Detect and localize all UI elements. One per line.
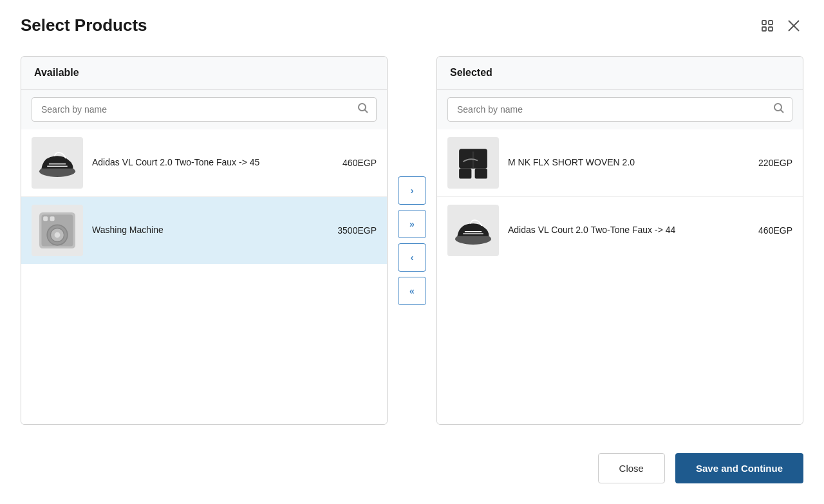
move-all-left-button[interactable]: «: [398, 277, 426, 305]
product-price: 3500EGP: [337, 225, 377, 236]
product-thumbnail: [447, 137, 499, 189]
available-panel-header: Available: [21, 57, 387, 89]
available-product-list: Adidas VL Court 2.0 Two-Tone Faux -> 45 …: [21, 129, 387, 424]
product-price: 460EGP: [342, 158, 377, 168]
available-panel-title: Available: [34, 67, 79, 78]
dialog-title: Select Products: [21, 15, 147, 35]
product-thumbnail: [32, 205, 83, 256]
selected-search-container: [437, 89, 803, 129]
available-search-container: [21, 89, 387, 129]
select-products-dialog: Select Products Availabl: [0, 0, 824, 504]
available-search-box: [32, 97, 377, 122]
available-product-item[interactable]: Adidas VL Court 2.0 Two-Tone Faux -> 45 …: [21, 129, 387, 197]
move-left-icon: ‹: [411, 252, 414, 263]
selected-product-item[interactable]: M NK FLX SHORT WOVEN 2.0 220EGP: [437, 129, 803, 197]
move-all-right-button[interactable]: »: [398, 210, 426, 238]
expand-icon: [761, 19, 774, 32]
header-icons: [758, 16, 803, 35]
selected-panel: Selected: [436, 56, 803, 425]
svg-rect-14: [43, 216, 48, 221]
product-name: Adidas VL Court 2.0 Two-Tone Faux -> 44: [508, 225, 675, 235]
move-all-left-icon: «: [409, 286, 415, 296]
available-panel: Available: [21, 56, 388, 425]
svg-point-13: [55, 232, 61, 238]
transfer-layout: Available: [21, 56, 803, 425]
product-info: Adidas VL Court 2.0 Two-Tone Faux -> 44: [508, 224, 749, 237]
product-info: Washing Machine: [92, 224, 328, 237]
product-thumbnail: [32, 137, 83, 189]
product-thumbnail: [447, 205, 499, 256]
svg-rect-3: [769, 27, 772, 31]
expand-button[interactable]: [758, 17, 776, 35]
close-button[interactable]: Close: [598, 453, 665, 483]
dialog-header: Select Products: [21, 15, 803, 35]
move-left-button[interactable]: ‹: [398, 243, 426, 272]
product-price: 220EGP: [758, 158, 792, 168]
selected-search-input[interactable]: [447, 97, 792, 122]
transfer-controls: › » ‹ «: [388, 56, 436, 425]
available-search-input[interactable]: [32, 97, 377, 122]
svg-rect-15: [50, 216, 55, 221]
product-info: Adidas VL Court 2.0 Two-Tone Faux -> 45: [92, 156, 333, 169]
move-right-icon: ›: [411, 185, 414, 196]
save-continue-button[interactable]: Save and Continue: [675, 453, 803, 483]
product-price: 460EGP: [758, 225, 792, 236]
close-icon: [787, 19, 801, 33]
selected-panel-header: Selected: [437, 57, 803, 89]
svg-rect-0: [762, 21, 766, 24]
selected-panel-title: Selected: [450, 67, 492, 78]
available-product-item[interactable]: Washing Machine 3500EGP: [21, 197, 387, 264]
selected-product-list: M NK FLX SHORT WOVEN 2.0 220EGP: [437, 129, 803, 424]
svg-rect-20: [459, 169, 471, 179]
product-name: Washing Machine: [92, 225, 164, 235]
close-button[interactable]: [784, 16, 803, 35]
svg-rect-2: [762, 27, 766, 31]
move-all-right-icon: »: [409, 219, 415, 229]
svg-rect-1: [769, 21, 772, 24]
svg-rect-21: [475, 169, 487, 179]
product-name: M NK FLX SHORT WOVEN 2.0: [508, 157, 635, 167]
selected-search-box: [447, 97, 792, 122]
product-name: Adidas VL Court 2.0 Two-Tone Faux -> 45: [92, 157, 259, 167]
selected-product-item[interactable]: Adidas VL Court 2.0 Two-Tone Faux -> 44 …: [437, 197, 803, 264]
dialog-footer: Close Save and Continue: [21, 443, 803, 483]
product-info: M NK FLX SHORT WOVEN 2.0: [508, 156, 749, 169]
move-right-button[interactable]: ›: [398, 176, 426, 205]
